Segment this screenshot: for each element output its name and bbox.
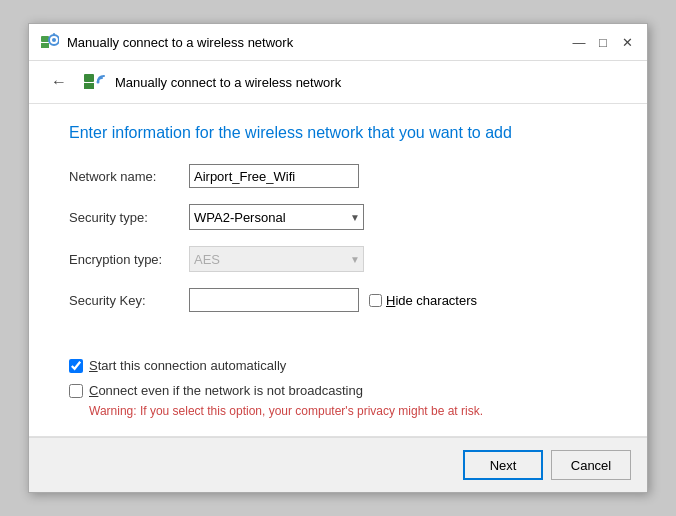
encryption-type-wrapper: AES ▼ <box>189 246 364 272</box>
title-bar-left: Manually connect to a wireless network <box>39 32 293 52</box>
svg-rect-0 <box>41 36 49 42</box>
title-bar-controls: — □ ✕ <box>569 32 637 52</box>
encryption-type-select: AES <box>189 246 364 272</box>
back-button[interactable]: ← <box>45 71 73 93</box>
svg-rect-1 <box>41 43 49 48</box>
window-title: Manually connect to a wireless network <box>67 35 293 50</box>
wifi-icon <box>39 32 59 52</box>
hide-characters-label[interactable]: Hide characters <box>386 293 477 308</box>
checkbox-area: Start this connection automatically Conn… <box>29 348 647 436</box>
no-broadcast-checkbox[interactable] <box>69 384 83 398</box>
no-broadcast-label[interactable]: Connect even if the network is not broad… <box>89 383 363 398</box>
footer: Next Cancel <box>29 437 647 492</box>
minimize-button[interactable]: — <box>569 32 589 52</box>
header-title: Manually connect to a wireless network <box>115 75 341 90</box>
close-button[interactable]: ✕ <box>617 32 637 52</box>
auto-connect-label[interactable]: Start this connection automatically <box>89 358 286 373</box>
page-title: Enter information for the wireless netwo… <box>69 124 607 142</box>
svg-point-3 <box>52 38 56 42</box>
svg-point-7 <box>97 81 100 84</box>
hide-characters-wrapper: Hide characters <box>369 293 477 308</box>
security-type-row: Security type: WPA2-Personal WPA-Persona… <box>69 204 607 230</box>
security-key-row: Security Key: Hide characters <box>69 288 607 312</box>
main-window: Manually connect to a wireless network —… <box>28 23 648 493</box>
encryption-type-label: Encryption type: <box>69 252 189 267</box>
maximize-button[interactable]: □ <box>593 32 613 52</box>
hide-characters-checkbox[interactable] <box>369 294 382 307</box>
security-key-label: Security Key: <box>69 293 189 308</box>
security-type-wrapper: WPA2-Personal WPA-Personal WPA2-Enterpri… <box>189 204 364 230</box>
header-bar: ← Manually connect to a wireless network <box>29 61 647 104</box>
content-area: Enter information for the wireless netwo… <box>29 104 647 348</box>
network-name-label: Network name: <box>69 169 189 184</box>
auto-connect-row: Start this connection automatically <box>69 358 607 373</box>
network-header-icon <box>83 71 105 93</box>
warning-text: Warning: If you select this option, your… <box>89 404 607 418</box>
next-button[interactable]: Next <box>463 450 543 480</box>
security-type-select[interactable]: WPA2-Personal WPA-Personal WPA2-Enterpri… <box>189 204 364 230</box>
auto-connect-checkbox[interactable] <box>69 359 83 373</box>
title-bar: Manually connect to a wireless network —… <box>29 24 647 61</box>
svg-rect-5 <box>84 74 94 82</box>
cancel-button[interactable]: Cancel <box>551 450 631 480</box>
security-type-label: Security type: <box>69 210 189 225</box>
no-broadcast-row: Connect even if the network is not broad… <box>69 383 607 398</box>
svg-rect-6 <box>84 83 94 89</box>
network-name-input[interactable] <box>189 164 359 188</box>
network-name-row: Network name: <box>69 164 607 188</box>
encryption-type-row: Encryption type: AES ▼ <box>69 246 607 272</box>
security-key-input[interactable] <box>189 288 359 312</box>
